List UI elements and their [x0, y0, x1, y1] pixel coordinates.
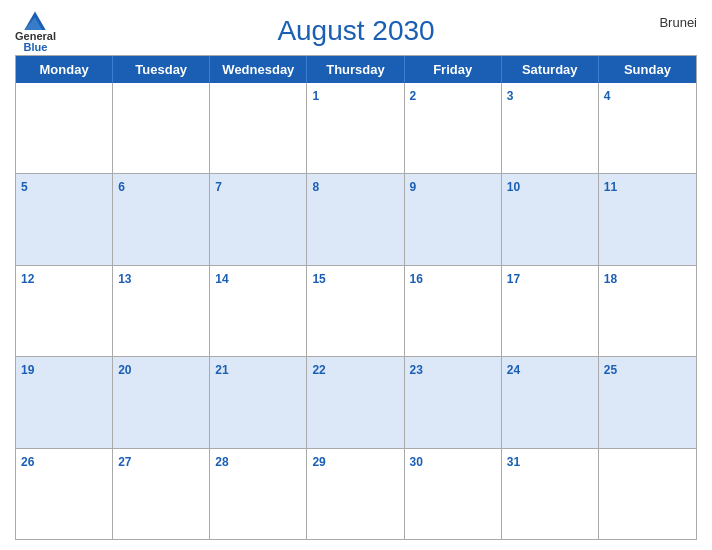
- day-cell: 25: [599, 357, 696, 447]
- day-header-monday: Monday: [16, 56, 113, 83]
- day-header-wednesday: Wednesday: [210, 56, 307, 83]
- country-label: Brunei: [659, 15, 697, 30]
- day-cell: 6: [113, 174, 210, 264]
- day-number: 2: [410, 89, 417, 103]
- day-cell: 3: [502, 83, 599, 173]
- logo-blue: Blue: [24, 42, 48, 53]
- weeks-container: 1234567891011121314151617181920212223242…: [16, 83, 696, 539]
- day-cell: 17: [502, 266, 599, 356]
- day-cell: 16: [405, 266, 502, 356]
- day-number: 27: [118, 455, 131, 469]
- day-cell: 26: [16, 449, 113, 539]
- week-row-5: 262728293031: [16, 448, 696, 539]
- day-cell: 13: [113, 266, 210, 356]
- day-number: 5: [21, 180, 28, 194]
- day-number: 4: [604, 89, 611, 103]
- day-number: 16: [410, 272, 423, 286]
- calendar-header: General Blue August 2030 Brunei: [15, 10, 697, 55]
- day-number: 14: [215, 272, 228, 286]
- day-number: 29: [312, 455, 325, 469]
- day-number: 9: [410, 180, 417, 194]
- month-title: August 2030: [277, 15, 434, 47]
- day-header-tuesday: Tuesday: [113, 56, 210, 83]
- week-row-1: 1234: [16, 83, 696, 173]
- day-number: 6: [118, 180, 125, 194]
- logo: General Blue: [15, 10, 56, 53]
- day-number: 15: [312, 272, 325, 286]
- day-cell: 23: [405, 357, 502, 447]
- week-row-2: 567891011: [16, 173, 696, 264]
- day-number: 17: [507, 272, 520, 286]
- day-cell: 8: [307, 174, 404, 264]
- day-cell: 15: [307, 266, 404, 356]
- day-cell: 7: [210, 174, 307, 264]
- day-cell: 22: [307, 357, 404, 447]
- day-number: 21: [215, 363, 228, 377]
- week-row-3: 12131415161718: [16, 265, 696, 356]
- day-cell: 29: [307, 449, 404, 539]
- day-cell: 5: [16, 174, 113, 264]
- day-number: 12: [21, 272, 34, 286]
- day-number: 13: [118, 272, 131, 286]
- day-number: 10: [507, 180, 520, 194]
- day-number: 23: [410, 363, 423, 377]
- day-cell: 11: [599, 174, 696, 264]
- day-headers: MondayTuesdayWednesdayThursdayFridaySatu…: [16, 56, 696, 83]
- day-number: 7: [215, 180, 222, 194]
- day-cell: 21: [210, 357, 307, 447]
- day-cell: 4: [599, 83, 696, 173]
- day-cell: [16, 83, 113, 173]
- day-number: 11: [604, 180, 617, 194]
- day-number: 22: [312, 363, 325, 377]
- day-cell: [599, 449, 696, 539]
- day-number: 8: [312, 180, 319, 194]
- day-cell: 30: [405, 449, 502, 539]
- day-cell: 19: [16, 357, 113, 447]
- day-number: 24: [507, 363, 520, 377]
- day-cell: [210, 83, 307, 173]
- calendar-container: General Blue August 2030 Brunei MondayTu…: [0, 0, 712, 550]
- day-number: 30: [410, 455, 423, 469]
- day-cell: 18: [599, 266, 696, 356]
- logo-icon: [20, 10, 50, 30]
- day-number: 18: [604, 272, 617, 286]
- day-cell: 24: [502, 357, 599, 447]
- day-cell: 1: [307, 83, 404, 173]
- day-number: 25: [604, 363, 617, 377]
- day-number: 3: [507, 89, 514, 103]
- day-header-saturday: Saturday: [502, 56, 599, 83]
- day-cell: [113, 83, 210, 173]
- day-number: 19: [21, 363, 34, 377]
- day-header-thursday: Thursday: [307, 56, 404, 83]
- day-cell: 2: [405, 83, 502, 173]
- day-number: 28: [215, 455, 228, 469]
- day-cell: 12: [16, 266, 113, 356]
- day-cell: 31: [502, 449, 599, 539]
- day-header-friday: Friday: [405, 56, 502, 83]
- day-number: 1: [312, 89, 319, 103]
- day-number: 31: [507, 455, 520, 469]
- day-number: 26: [21, 455, 34, 469]
- day-header-sunday: Sunday: [599, 56, 696, 83]
- day-cell: 27: [113, 449, 210, 539]
- day-cell: 28: [210, 449, 307, 539]
- day-cell: 9: [405, 174, 502, 264]
- day-number: 20: [118, 363, 131, 377]
- day-cell: 10: [502, 174, 599, 264]
- day-cell: 14: [210, 266, 307, 356]
- week-row-4: 19202122232425: [16, 356, 696, 447]
- day-cell: 20: [113, 357, 210, 447]
- calendar-grid: MondayTuesdayWednesdayThursdayFridaySatu…: [15, 55, 697, 540]
